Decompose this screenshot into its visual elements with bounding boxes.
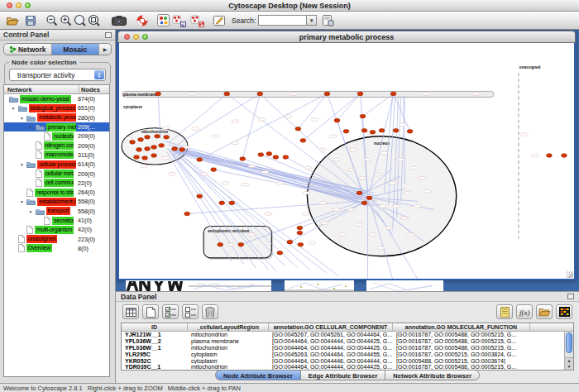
node-label[interactable] [227, 243, 235, 246]
node[interactable] [357, 92, 363, 96]
node-label[interactable] [302, 213, 309, 216]
node[interactable] [238, 242, 244, 246]
formula-builder-button[interactable]: f(x) [516, 304, 533, 319]
background-window-1[interactable] [126, 280, 189, 291]
tree-row[interactable]: multi-organism pro42(0) [4, 225, 109, 234]
node[interactable] [297, 226, 303, 230]
node-label[interactable] [319, 202, 327, 205]
layout-edges-button[interactable] [190, 13, 204, 28]
node[interactable] [229, 201, 235, 205]
node-label[interactable] [380, 151, 388, 155]
tree-row[interactable]: mosaic-demo-yeast874(0) [4, 94, 109, 103]
node-label[interactable] [248, 165, 256, 168]
float-panel-icon[interactable] [105, 32, 112, 38]
node[interactable] [356, 191, 362, 195]
node-label[interactable] [374, 173, 381, 176]
node-label[interactable] [385, 227, 393, 230]
node[interactable] [219, 201, 225, 205]
node[interactable] [155, 134, 160, 138]
edge[interactable] [337, 93, 360, 120]
node[interactable] [151, 146, 157, 150]
node-label[interactable] [169, 172, 176, 175]
edge[interactable] [303, 93, 360, 140]
browser-tab[interactable]: Node Attribute Browser [215, 370, 300, 380]
node[interactable] [407, 129, 413, 133]
node-label[interactable] [397, 158, 404, 161]
node-label[interactable] [285, 115, 292, 118]
node-label[interactable] [265, 213, 272, 216]
node-label[interactable] [212, 135, 219, 138]
node[interactable] [300, 139, 306, 143]
node-label[interactable] [248, 233, 256, 237]
tab-network[interactable]: Network [4, 44, 52, 55]
node[interactable] [283, 155, 289, 160]
node[interactable] [224, 92, 230, 96]
node-label[interactable] [379, 205, 386, 208]
browser-tab[interactable]: Network Attribute Browser [385, 370, 480, 380]
node[interactable] [287, 240, 293, 244]
node[interactable] [145, 135, 151, 139]
unselect-attributes-button[interactable] [182, 304, 199, 319]
node[interactable] [258, 153, 264, 157]
node[interactable] [257, 92, 263, 96]
node[interactable] [142, 156, 148, 160]
annotation-button[interactable] [213, 13, 227, 28]
node-label[interactable] [356, 223, 363, 227]
node-label[interactable] [311, 118, 318, 122]
edge[interactable] [242, 93, 260, 159]
tab-overflow-arrow[interactable]: ▶ [99, 44, 111, 55]
node-label[interactable] [304, 166, 312, 170]
node-label[interactable] [423, 189, 431, 193]
node[interactable] [197, 194, 203, 198]
node-label[interactable] [189, 93, 196, 96]
node[interactable] [366, 196, 372, 200]
node-label[interactable] [347, 208, 355, 212]
tree-row[interactable]: nitrogen compo209(0) [4, 141, 109, 150]
tree-row[interactable]: cell communicat22(0) [4, 179, 109, 188]
node-label[interactable] [333, 158, 340, 161]
node-label[interactable] [519, 133, 527, 136]
browser-tab[interactable]: Edge Attribute Browser [300, 370, 385, 380]
node[interactable] [179, 148, 185, 152]
node-label[interactable] [192, 127, 199, 131]
node[interactable] [134, 155, 140, 160]
node-label[interactable] [232, 120, 239, 123]
advanced-search-button[interactable] [321, 13, 335, 28]
edge[interactable] [298, 93, 327, 128]
node[interactable] [390, 92, 396, 96]
node[interactable] [156, 92, 161, 96]
tab-mosaic[interactable]: Mosaic [52, 44, 100, 55]
expand-triangle-icon[interactable]: ▼ [29, 209, 33, 214]
snapshot-button[interactable] [111, 13, 127, 28]
node-label[interactable] [347, 168, 355, 171]
node-label[interactable] [290, 93, 297, 96]
open-button[interactable] [5, 13, 19, 28]
tree-row[interactable]: cellular metabo209(0) [4, 169, 109, 178]
delete-attribute-button[interactable] [202, 304, 218, 319]
node[interactable] [159, 144, 165, 148]
expand-triangle-icon[interactable]: ▼ [12, 106, 16, 111]
plasma-membrane-region[interactable] [122, 91, 494, 97]
zoom-out-button[interactable] [45, 13, 59, 28]
node-label[interactable] [162, 156, 170, 160]
edge[interactable] [199, 93, 327, 160]
tree-row[interactable]: ▼cellular process614(0) [4, 160, 109, 169]
node[interactable] [361, 128, 367, 132]
scrollbar-thumb[interactable] [566, 332, 572, 353]
node[interactable] [164, 135, 170, 139]
table-row[interactable]: YPL036W__2plasma membrane[GO:0044464, GO… [122, 338, 573, 345]
node-label[interactable] [232, 141, 239, 145]
node-label[interactable] [407, 233, 414, 237]
node-label[interactable] [414, 205, 421, 208]
node[interactable] [562, 154, 567, 158]
tree-column-nodes[interactable]: Nodes [79, 85, 109, 93]
node[interactable] [197, 158, 203, 162]
node[interactable] [138, 138, 144, 142]
zoom-fit-button[interactable] [87, 13, 101, 28]
node-label[interactable] [329, 135, 337, 138]
node-label[interactable] [162, 127, 170, 130]
new-attribute-button[interactable] [142, 304, 159, 319]
node-label[interactable] [321, 222, 328, 225]
select-attributes-button[interactable] [162, 304, 179, 319]
node-label[interactable] [242, 183, 249, 186]
